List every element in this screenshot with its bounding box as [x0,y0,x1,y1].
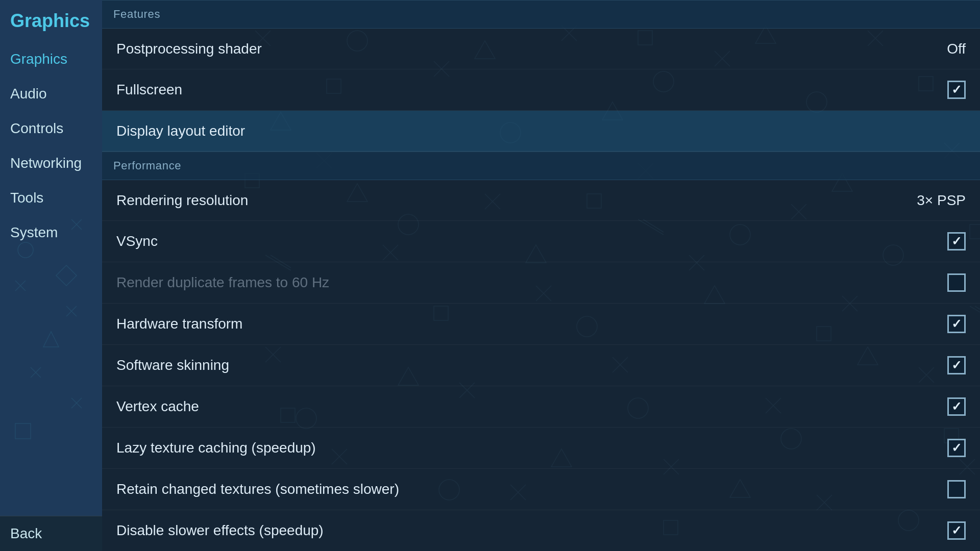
setting-label-hardware-transform: Hardware transform [116,316,242,332]
checkbox-vsync[interactable] [947,232,966,251]
setting-label-vsync: VSync [116,233,158,249]
sidebar-item-tools[interactable]: Tools [0,181,102,215]
setting-label-vertex-cache: Vertex cache [116,398,199,415]
sidebar-item-system[interactable]: System [0,215,102,250]
main-content: Features Postprocessing shader Off Fulls… [102,0,980,551]
section-header-features: Features [102,0,980,29]
back-button[interactable]: Back [0,516,102,551]
settings-list: Features Postprocessing shader Off Fulls… [102,0,980,551]
setting-label-postprocessing: Postprocessing shader [116,41,262,57]
sidebar-title: Graphics [0,0,102,42]
checkbox-hardware-transform[interactable] [947,315,966,333]
setting-row-retain-textures[interactable]: Retain changed textures (sometimes slowe… [102,469,980,510]
checkbox-vertex-cache[interactable] [947,397,966,416]
setting-label-retain-textures: Retain changed textures (sometimes slowe… [116,481,399,497]
setting-row-fullscreen[interactable]: Fullscreen [102,69,980,111]
setting-row-display-layout[interactable]: Display layout editor [102,111,980,152]
setting-row-rendering-resolution[interactable]: Rendering resolution 3× PSP [102,180,980,221]
setting-label-render-duplicate: Render duplicate frames to 60 Hz [116,274,329,291]
checkbox-fullscreen[interactable] [947,81,966,99]
checkbox-retain-textures[interactable] [947,480,966,498]
checkbox-lazy-texture[interactable] [947,439,966,457]
setting-row-hardware-transform[interactable]: Hardware transform [102,304,980,345]
setting-row-render-duplicate[interactable]: Render duplicate frames to 60 Hz [102,262,980,304]
checkbox-software-skinning[interactable] [947,356,966,374]
setting-row-postprocessing-shader[interactable]: Postprocessing shader Off [102,29,980,69]
setting-row-lazy-texture[interactable]: Lazy texture caching (speedup) [102,428,980,469]
setting-row-software-skinning[interactable]: Software skinning [102,345,980,386]
setting-row-disable-slower[interactable]: Disable slower effects (speedup) [102,510,980,551]
sidebar-nav: Graphics Audio Controls Networking Tools… [0,42,102,516]
setting-label-display-layout: Display layout editor [116,123,245,139]
setting-row-vsync[interactable]: VSync [102,221,980,262]
setting-label-lazy-texture: Lazy texture caching (speedup) [116,440,316,456]
sidebar-item-graphics[interactable]: Graphics [0,42,102,77]
setting-value-rendering-resolution: 3× PSP [917,192,966,209]
section-header-performance: Performance [102,152,980,180]
setting-row-vertex-cache[interactable]: Vertex cache [102,386,980,428]
sidebar: Graphics Graphics Audio Controls Network… [0,0,102,551]
sidebar-item-audio[interactable]: Audio [0,77,102,111]
checkbox-disable-slower[interactable] [947,521,966,540]
sidebar-item-networking[interactable]: Networking [0,146,102,181]
sidebar-item-controls[interactable]: Controls [0,111,102,146]
checkbox-render-duplicate[interactable] [947,273,966,292]
setting-value-postprocessing: Off [925,41,966,57]
setting-label-disable-slower: Disable slower effects (speedup) [116,522,324,539]
setting-label-fullscreen: Fullscreen [116,82,182,98]
setting-label-software-skinning: Software skinning [116,357,229,373]
setting-label-rendering-resolution: Rendering resolution [116,192,248,209]
